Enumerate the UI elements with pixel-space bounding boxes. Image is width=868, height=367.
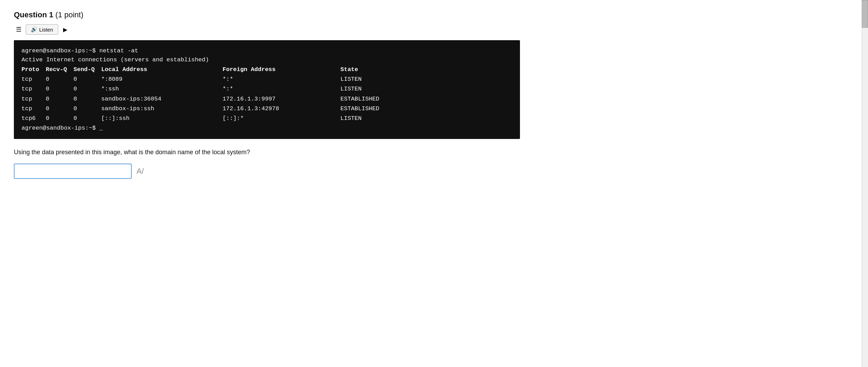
listen-label: Listen — [39, 27, 53, 33]
speaker-icon: 🔊 — [31, 26, 37, 33]
terminal-output: agreen@sandbox-ips:~$ netstat -at Active… — [14, 40, 520, 139]
toolbar: ☰ 🔊 Listen ▶ — [14, 24, 854, 35]
table-row: tcp00*:ssh*:*LISTEN — [21, 84, 512, 94]
question-body-text: Using the data presented in this image, … — [14, 149, 854, 156]
table-row: tcp00sandbox-ips:ssh172.16.1.3:42978ESTA… — [21, 104, 512, 114]
table-row: tcp00sandbox-ips:36054172.16.1.3:9997EST… — [21, 94, 512, 104]
table-row: tcp00*:8089*:*LISTEN — [21, 75, 512, 84]
col-state-header: State — [333, 65, 512, 75]
netstat-table: Proto Recv-Q Send-Q Local Address Foreig… — [21, 65, 512, 124]
play-button[interactable]: ▶ — [60, 25, 70, 34]
col-proto-header: Proto — [21, 65, 42, 75]
menu-button[interactable]: ☰ — [14, 24, 24, 35]
play-icon: ▶ — [63, 26, 67, 33]
menu-icon: ☰ — [16, 26, 21, 33]
col-recv-header: Recv-Q — [42, 65, 70, 75]
scrollbar-thumb[interactable] — [862, 0, 868, 28]
question-title: Question 1 (1 point) — [14, 10, 854, 19]
col-foreign-header: Foreign Address — [216, 65, 333, 75]
terminal-prompt2: agreen@sandbox-ips:~$ _ — [21, 124, 512, 133]
table-row: tcp600[::]:ssh[::]:*LISTEN — [21, 114, 512, 123]
col-send-header: Send-Q — [70, 65, 98, 75]
scrollbar[interactable] — [862, 0, 868, 189]
answer-input[interactable] — [14, 164, 132, 179]
terminal-prompt1: agreen@sandbox-ips:~$ netstat -at — [21, 46, 512, 55]
answer-row: A/ — [14, 164, 854, 179]
listen-button[interactable]: 🔊 Listen — [26, 24, 58, 35]
spell-check-icon: A/ — [137, 167, 144, 176]
terminal-active-line: Active Internet connections (servers and… — [21, 55, 512, 64]
col-local-header: Local Address — [98, 65, 216, 75]
